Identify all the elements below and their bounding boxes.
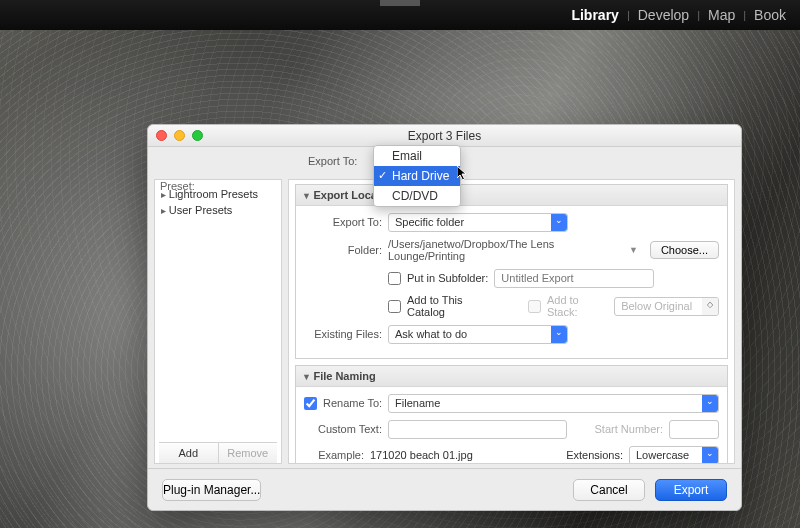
section-header-export-location[interactable]: Export Location <box>296 185 727 206</box>
export-to-select[interactable]: Specific folder <box>388 213 568 232</box>
put-in-subfolder-checkbox[interactable] <box>388 272 401 285</box>
chevron-down-icon[interactable] <box>702 395 718 412</box>
module-map[interactable]: Map <box>708 7 735 23</box>
export-to-value: Specific folder <box>395 216 464 228</box>
minimize-icon[interactable] <box>174 130 185 141</box>
start-number-field <box>669 420 719 439</box>
preset-sidebar: Lightroom Presets User Presets Add Remov… <box>154 179 282 464</box>
existing-files-value: Ask what to do <box>395 328 467 340</box>
extensions-select[interactable]: Lowercase <box>629 446 719 465</box>
folder-path: /Users/janetwo/Dropbox/The Lens Lounge/P… <box>388 238 623 262</box>
stack-position-select: Below Original <box>614 297 719 316</box>
close-icon[interactable] <box>156 130 167 141</box>
export-to-dropdown[interactable]: Email Hard Drive CD/DVD <box>373 145 461 207</box>
add-to-stack-label: Add to Stack: <box>547 294 608 318</box>
export-to-top-label: Export To: <box>308 155 357 167</box>
dialog-titlebar[interactable]: Export 3 Files <box>148 125 741 147</box>
rename-to-label: Rename To: <box>323 397 382 409</box>
export-button[interactable]: Export <box>655 479 727 501</box>
rename-template-value: Filename <box>395 397 440 409</box>
export-settings-panel[interactable]: Export Location Export To: Specific fold… <box>288 179 735 464</box>
extensions-label: Extensions: <box>566 449 623 461</box>
example-value: 171020 beach 01.jpg <box>370 449 560 461</box>
separator: | <box>697 9 700 21</box>
preset-label: Preset: <box>160 180 195 192</box>
zoom-icon[interactable] <box>192 130 203 141</box>
section-header-file-naming[interactable]: File Naming <box>296 366 727 387</box>
chevron-down-icon[interactable] <box>702 447 718 464</box>
separator: | <box>743 9 746 21</box>
put-in-subfolder-label: Put in Subfolder: <box>407 272 488 284</box>
panel-handle-icon[interactable] <box>380 0 420 6</box>
rename-to-checkbox[interactable] <box>304 397 317 410</box>
dialog-title: Export 3 Files <box>408 129 481 143</box>
example-label: Example: <box>304 449 364 461</box>
chevron-down-icon[interactable] <box>551 214 567 231</box>
preset-group-user[interactable]: User Presets <box>159 202 277 218</box>
module-book[interactable]: Book <box>754 7 786 23</box>
module-picker-bar: Library | Develop | Map | Book <box>0 0 800 30</box>
add-to-catalog-label: Add to This Catalog <box>407 294 497 318</box>
existing-files-select[interactable]: Ask what to do <box>388 325 568 344</box>
export-to-option-harddrive[interactable]: Hard Drive <box>374 166 460 186</box>
separator: | <box>627 9 630 21</box>
stack-position-value: Below Original <box>621 300 692 312</box>
cancel-button[interactable]: Cancel <box>573 479 645 501</box>
section-file-naming: File Naming Rename To: Filename Custom T… <box>295 365 728 464</box>
custom-text-label: Custom Text: <box>304 423 382 435</box>
extensions-value: Lowercase <box>636 449 689 461</box>
module-library[interactable]: Library <box>571 7 618 23</box>
section-export-location: Export Location Export To: Specific fold… <box>295 184 728 359</box>
choose-folder-button[interactable]: Choose... <box>650 241 719 259</box>
folder-label: Folder: <box>304 244 382 256</box>
custom-text-field <box>388 420 567 439</box>
export-to-label: Export To: <box>304 216 382 228</box>
dialog-footer: Plug-in Manager... Cancel Export <box>148 468 741 510</box>
chevron-down-icon[interactable] <box>551 326 567 343</box>
stepper-icon <box>702 298 718 315</box>
folder-disclosure-icon[interactable]: ▼ <box>629 245 638 255</box>
export-to-option-cddvd[interactable]: CD/DVD <box>374 186 460 206</box>
add-to-stack-checkbox <box>528 300 541 313</box>
existing-files-label: Existing Files: <box>304 328 382 340</box>
add-preset-button[interactable]: Add <box>159 443 219 463</box>
remove-preset-button: Remove <box>219 443 278 463</box>
export-dialog: Export 3 Files Export To: Email Hard Dri… <box>147 124 742 511</box>
start-number-label: Start Number: <box>573 423 663 435</box>
add-to-catalog-checkbox[interactable] <box>388 300 401 313</box>
export-to-option-email[interactable]: Email <box>374 146 460 166</box>
rename-template-select[interactable]: Filename <box>388 394 719 413</box>
plugin-manager-button[interactable]: Plug-in Manager... <box>162 479 261 501</box>
subfolder-name-field[interactable] <box>494 269 654 288</box>
module-develop[interactable]: Develop <box>638 7 689 23</box>
window-controls <box>156 130 203 141</box>
